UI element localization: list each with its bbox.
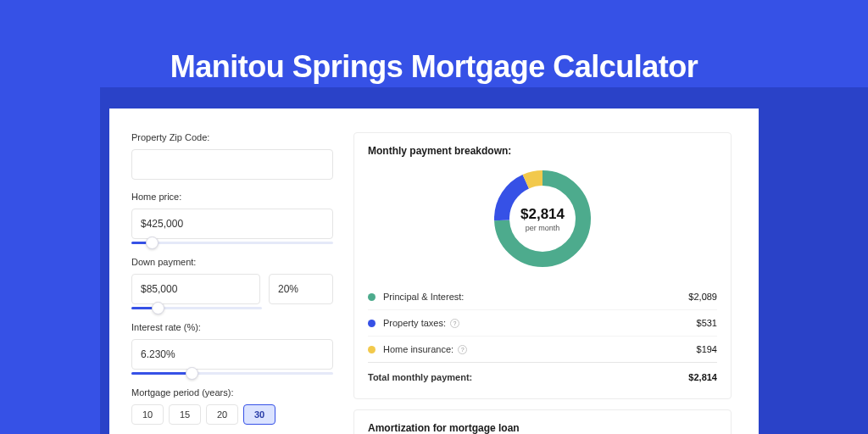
price-input[interactable]	[131, 209, 333, 239]
down-slider[interactable]	[131, 303, 262, 310]
period-btn-10[interactable]: 10	[131, 404, 164, 425]
breakdown-row: Property taxes:?$531	[368, 309, 717, 336]
amortization-title: Amortization for mortgage loan	[368, 422, 717, 434]
total-value: $2,814	[688, 372, 717, 382]
info-icon[interactable]: ?	[450, 319, 459, 328]
rate-input[interactable]	[131, 339, 333, 370]
donut-amount: $2,814	[520, 206, 565, 223]
breakdown-row: Home insurance:?$194	[368, 336, 717, 362]
period-group: Mortgage period (years): 10152030	[131, 387, 333, 425]
price-group: Home price:	[131, 192, 333, 245]
period-label: Mortgage period (years):	[131, 387, 333, 398]
breakdown-total-row: Total monthly payment: $2,814	[368, 362, 717, 390]
down-group: Down payment:	[131, 257, 333, 310]
amortization-panel: Amortization for mortgage loan Amortizat…	[353, 409, 732, 434]
rate-label: Interest rate (%):	[131, 322, 333, 332]
page-title: Manitou Springs Mortgage Calculator	[0, 49, 868, 85]
breakdown-label: Home insurance:?	[383, 344, 697, 354]
legend-dot	[368, 320, 376, 327]
legend-dot	[368, 346, 376, 353]
breakdown-title: Monthly payment breakdown:	[368, 145, 717, 157]
down-percent-input[interactable]	[269, 274, 333, 304]
donut-sublabel: per month	[526, 224, 560, 232]
total-label: Total monthly payment:	[368, 372, 688, 382]
legend-dot	[368, 293, 376, 301]
form-column: Property Zip Code: Home price: Down paym…	[131, 132, 333, 434]
calculator-card: Property Zip Code: Home price: Down paym…	[109, 108, 759, 434]
breakdown-label: Principal & Interest:	[383, 292, 688, 302]
down-label: Down payment:	[131, 257, 333, 267]
breakdown-value: $194	[697, 344, 717, 354]
zip-label: Property Zip Code:	[131, 132, 333, 142]
zip-input[interactable]	[131, 149, 333, 180]
breakdown-panel: Monthly payment breakdown: $2,814 per mo…	[353, 132, 732, 399]
down-amount-input[interactable]	[131, 274, 260, 304]
info-icon[interactable]: ?	[458, 345, 467, 354]
breakdown-row: Principal & Interest:$2,089	[368, 284, 717, 309]
breakdown-label: Property taxes:?	[383, 318, 697, 328]
price-slider[interactable]	[131, 238, 333, 245]
period-btn-30[interactable]: 30	[243, 404, 275, 425]
rate-group: Interest rate (%):	[131, 322, 333, 376]
results-column: Monthly payment breakdown: $2,814 per mo…	[353, 132, 732, 434]
period-btn-20[interactable]: 20	[206, 404, 238, 425]
price-label: Home price:	[131, 192, 333, 202]
breakdown-donut: $2,814 per month	[491, 167, 594, 270]
rate-slider[interactable]	[131, 369, 333, 376]
breakdown-value: $531	[697, 318, 717, 328]
zip-group: Property Zip Code:	[131, 132, 333, 180]
period-btn-15[interactable]: 15	[169, 404, 201, 425]
breakdown-value: $2,089	[688, 292, 717, 302]
